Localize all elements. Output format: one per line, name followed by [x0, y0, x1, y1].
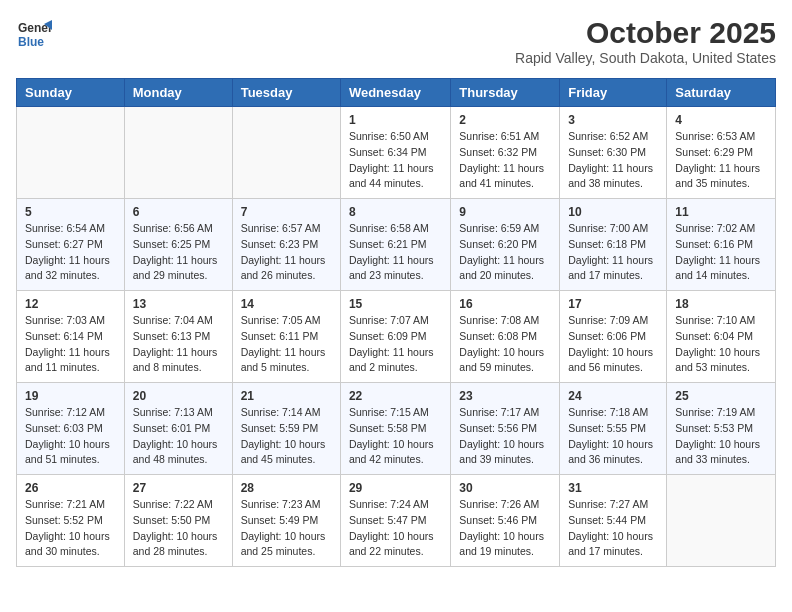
calendar-week-row: 26Sunrise: 7:21 AM Sunset: 5:52 PM Dayli…: [17, 475, 776, 567]
day-info: Sunrise: 7:02 AM Sunset: 6:16 PM Dayligh…: [675, 221, 767, 284]
day-number: 30: [459, 481, 551, 495]
calendar-day-cell: 11Sunrise: 7:02 AM Sunset: 6:16 PM Dayli…: [667, 199, 776, 291]
day-info: Sunrise: 7:22 AM Sunset: 5:50 PM Dayligh…: [133, 497, 224, 560]
weekday-header: Sunday: [17, 79, 125, 107]
day-info: Sunrise: 7:03 AM Sunset: 6:14 PM Dayligh…: [25, 313, 116, 376]
weekday-header: Tuesday: [232, 79, 340, 107]
calendar-day-cell: 20Sunrise: 7:13 AM Sunset: 6:01 PM Dayli…: [124, 383, 232, 475]
logo: General Blue: [16, 16, 52, 52]
day-number: 7: [241, 205, 332, 219]
calendar-day-cell: 6Sunrise: 6:56 AM Sunset: 6:25 PM Daylig…: [124, 199, 232, 291]
calendar-day-cell: 28Sunrise: 7:23 AM Sunset: 5:49 PM Dayli…: [232, 475, 340, 567]
logo-icon: General Blue: [16, 16, 52, 52]
day-number: 17: [568, 297, 658, 311]
svg-text:Blue: Blue: [18, 35, 44, 49]
calendar-day-cell: 8Sunrise: 6:58 AM Sunset: 6:21 PM Daylig…: [340, 199, 450, 291]
calendar-week-row: 12Sunrise: 7:03 AM Sunset: 6:14 PM Dayli…: [17, 291, 776, 383]
calendar-day-cell: 5Sunrise: 6:54 AM Sunset: 6:27 PM Daylig…: [17, 199, 125, 291]
calendar-day-cell: 31Sunrise: 7:27 AM Sunset: 5:44 PM Dayli…: [560, 475, 667, 567]
calendar-week-row: 5Sunrise: 6:54 AM Sunset: 6:27 PM Daylig…: [17, 199, 776, 291]
day-info: Sunrise: 6:57 AM Sunset: 6:23 PM Dayligh…: [241, 221, 332, 284]
day-number: 20: [133, 389, 224, 403]
calendar-table: SundayMondayTuesdayWednesdayThursdayFrid…: [16, 78, 776, 567]
day-info: Sunrise: 7:10 AM Sunset: 6:04 PM Dayligh…: [675, 313, 767, 376]
day-number: 21: [241, 389, 332, 403]
day-info: Sunrise: 7:07 AM Sunset: 6:09 PM Dayligh…: [349, 313, 442, 376]
day-number: 25: [675, 389, 767, 403]
day-info: Sunrise: 6:52 AM Sunset: 6:30 PM Dayligh…: [568, 129, 658, 192]
day-info: Sunrise: 7:13 AM Sunset: 6:01 PM Dayligh…: [133, 405, 224, 468]
calendar-day-cell: [17, 107, 125, 199]
day-number: 8: [349, 205, 442, 219]
day-info: Sunrise: 7:12 AM Sunset: 6:03 PM Dayligh…: [25, 405, 116, 468]
calendar-day-cell: 1Sunrise: 6:50 AM Sunset: 6:34 PM Daylig…: [340, 107, 450, 199]
day-number: 4: [675, 113, 767, 127]
day-info: Sunrise: 7:18 AM Sunset: 5:55 PM Dayligh…: [568, 405, 658, 468]
day-number: 26: [25, 481, 116, 495]
day-info: Sunrise: 6:58 AM Sunset: 6:21 PM Dayligh…: [349, 221, 442, 284]
calendar-day-cell: 25Sunrise: 7:19 AM Sunset: 5:53 PM Dayli…: [667, 383, 776, 475]
day-number: 13: [133, 297, 224, 311]
day-info: Sunrise: 7:14 AM Sunset: 5:59 PM Dayligh…: [241, 405, 332, 468]
calendar-day-cell: 29Sunrise: 7:24 AM Sunset: 5:47 PM Dayli…: [340, 475, 450, 567]
day-number: 9: [459, 205, 551, 219]
day-number: 10: [568, 205, 658, 219]
calendar-subtitle: Rapid Valley, South Dakota, United State…: [515, 50, 776, 66]
calendar-day-cell: 12Sunrise: 7:03 AM Sunset: 6:14 PM Dayli…: [17, 291, 125, 383]
day-info: Sunrise: 7:09 AM Sunset: 6:06 PM Dayligh…: [568, 313, 658, 376]
day-info: Sunrise: 7:21 AM Sunset: 5:52 PM Dayligh…: [25, 497, 116, 560]
weekday-header: Saturday: [667, 79, 776, 107]
day-number: 15: [349, 297, 442, 311]
calendar-day-cell: 15Sunrise: 7:07 AM Sunset: 6:09 PM Dayli…: [340, 291, 450, 383]
day-number: 22: [349, 389, 442, 403]
calendar-day-cell: 23Sunrise: 7:17 AM Sunset: 5:56 PM Dayli…: [451, 383, 560, 475]
day-info: Sunrise: 6:56 AM Sunset: 6:25 PM Dayligh…: [133, 221, 224, 284]
day-number: 1: [349, 113, 442, 127]
day-number: 2: [459, 113, 551, 127]
day-number: 31: [568, 481, 658, 495]
day-info: Sunrise: 7:24 AM Sunset: 5:47 PM Dayligh…: [349, 497, 442, 560]
day-info: Sunrise: 6:54 AM Sunset: 6:27 PM Dayligh…: [25, 221, 116, 284]
calendar-day-cell: 24Sunrise: 7:18 AM Sunset: 5:55 PM Dayli…: [560, 383, 667, 475]
day-number: 28: [241, 481, 332, 495]
calendar-day-cell: 21Sunrise: 7:14 AM Sunset: 5:59 PM Dayli…: [232, 383, 340, 475]
calendar-title: October 2025: [515, 16, 776, 50]
day-number: 5: [25, 205, 116, 219]
calendar-day-cell: 2Sunrise: 6:51 AM Sunset: 6:32 PM Daylig…: [451, 107, 560, 199]
calendar-day-cell: 7Sunrise: 6:57 AM Sunset: 6:23 PM Daylig…: [232, 199, 340, 291]
calendar-day-cell: 19Sunrise: 7:12 AM Sunset: 6:03 PM Dayli…: [17, 383, 125, 475]
calendar-day-cell: 17Sunrise: 7:09 AM Sunset: 6:06 PM Dayli…: [560, 291, 667, 383]
day-info: Sunrise: 7:19 AM Sunset: 5:53 PM Dayligh…: [675, 405, 767, 468]
day-info: Sunrise: 7:26 AM Sunset: 5:46 PM Dayligh…: [459, 497, 551, 560]
day-number: 24: [568, 389, 658, 403]
day-info: Sunrise: 6:53 AM Sunset: 6:29 PM Dayligh…: [675, 129, 767, 192]
day-number: 6: [133, 205, 224, 219]
calendar-day-cell: 30Sunrise: 7:26 AM Sunset: 5:46 PM Dayli…: [451, 475, 560, 567]
day-number: 19: [25, 389, 116, 403]
calendar-day-cell: 26Sunrise: 7:21 AM Sunset: 5:52 PM Dayli…: [17, 475, 125, 567]
calendar-day-cell: 18Sunrise: 7:10 AM Sunset: 6:04 PM Dayli…: [667, 291, 776, 383]
page-header: General Blue October 2025 Rapid Valley, …: [16, 16, 776, 66]
day-info: Sunrise: 6:51 AM Sunset: 6:32 PM Dayligh…: [459, 129, 551, 192]
weekday-header: Wednesday: [340, 79, 450, 107]
day-number: 12: [25, 297, 116, 311]
day-info: Sunrise: 7:17 AM Sunset: 5:56 PM Dayligh…: [459, 405, 551, 468]
day-info: Sunrise: 7:00 AM Sunset: 6:18 PM Dayligh…: [568, 221, 658, 284]
calendar-day-cell: 10Sunrise: 7:00 AM Sunset: 6:18 PM Dayli…: [560, 199, 667, 291]
title-block: October 2025 Rapid Valley, South Dakota,…: [515, 16, 776, 66]
calendar-day-cell: 3Sunrise: 6:52 AM Sunset: 6:30 PM Daylig…: [560, 107, 667, 199]
weekday-header: Monday: [124, 79, 232, 107]
day-info: Sunrise: 7:04 AM Sunset: 6:13 PM Dayligh…: [133, 313, 224, 376]
day-number: 27: [133, 481, 224, 495]
calendar-week-row: 1Sunrise: 6:50 AM Sunset: 6:34 PM Daylig…: [17, 107, 776, 199]
calendar-day-cell: 27Sunrise: 7:22 AM Sunset: 5:50 PM Dayli…: [124, 475, 232, 567]
calendar-day-cell: [667, 475, 776, 567]
day-info: Sunrise: 7:27 AM Sunset: 5:44 PM Dayligh…: [568, 497, 658, 560]
day-number: 23: [459, 389, 551, 403]
weekday-header: Friday: [560, 79, 667, 107]
calendar-day-cell: [232, 107, 340, 199]
weekday-header: Thursday: [451, 79, 560, 107]
day-number: 29: [349, 481, 442, 495]
day-info: Sunrise: 6:50 AM Sunset: 6:34 PM Dayligh…: [349, 129, 442, 192]
day-number: 18: [675, 297, 767, 311]
